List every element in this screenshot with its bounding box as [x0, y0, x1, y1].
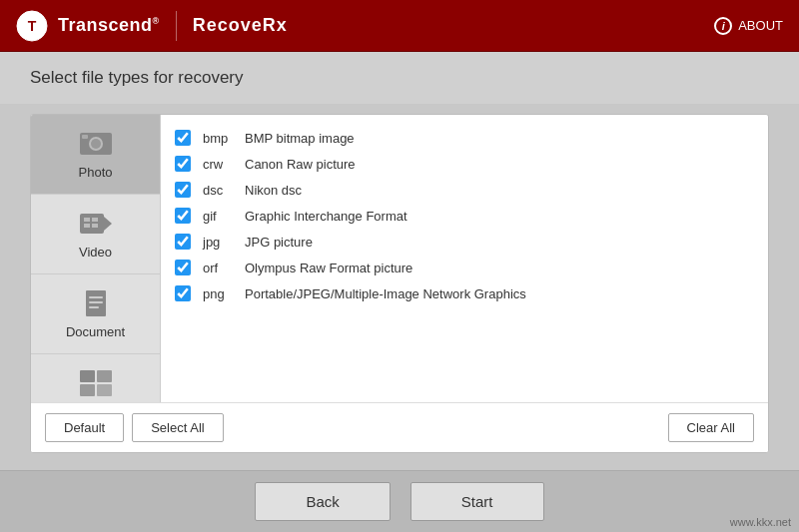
svg-rect-18	[97, 370, 112, 382]
svg-rect-19	[80, 384, 95, 396]
file-row: pngPortable/JPEG/Multiple-Image Network …	[161, 280, 768, 306]
header: T Transcend® RecoveRx i ABOUT	[0, 0, 799, 52]
sidebar-item-video[interactable]: Video	[31, 195, 160, 274]
video-icon	[78, 209, 114, 239]
checkbox-bmp[interactable]	[175, 130, 191, 146]
file-ext: bmp	[203, 131, 233, 146]
checkbox-gif[interactable]	[175, 208, 191, 224]
svg-rect-20	[97, 384, 112, 396]
svg-marker-8	[104, 217, 112, 231]
file-row: bmpBMP bitmap image	[161, 125, 768, 151]
panel-body: Photo Video	[31, 115, 768, 402]
bottom-nav: Back Start	[0, 470, 799, 532]
file-row: orfOlympus Raw Format picture	[161, 255, 768, 280]
sidebar-item-others[interactable]: Others	[31, 354, 160, 402]
document-icon	[78, 288, 114, 318]
svg-point-5	[91, 139, 101, 149]
checkbox-dsc[interactable]	[175, 182, 191, 198]
file-desc: Portable/JPEG/Multiple-Image Network Gra…	[245, 286, 526, 301]
file-desc: BMP bitmap image	[245, 131, 355, 146]
sidebar-item-document[interactable]: Document	[31, 274, 160, 354]
header-divider	[176, 11, 177, 41]
main-content: Photo Video	[0, 104, 799, 463]
file-row: dscNikon dsc	[161, 177, 768, 203]
svg-rect-12	[92, 224, 98, 228]
file-desc: Canon Raw picture	[245, 157, 356, 172]
panel-footer: Default Select All Clear All	[31, 402, 768, 452]
file-ext: jpg	[203, 235, 233, 250]
sidebar: Photo Video	[31, 115, 161, 402]
photo-icon	[78, 129, 114, 159]
file-row: crwCanon Raw picture	[161, 151, 768, 177]
file-ext: crw	[203, 157, 233, 172]
svg-text:T: T	[28, 18, 37, 34]
file-desc: JPG picture	[245, 235, 313, 250]
svg-rect-16	[89, 306, 99, 308]
others-icon	[78, 368, 114, 398]
file-row: gifGraphic Interchange Format	[161, 203, 768, 229]
checkbox-crw[interactable]	[175, 156, 191, 172]
file-desc: Nikon dsc	[245, 183, 302, 198]
default-button[interactable]: Default	[45, 413, 124, 442]
select-all-button[interactable]: Select All	[132, 413, 223, 442]
file-ext: dsc	[203, 183, 233, 198]
brand-name: Transcend®	[58, 15, 160, 36]
page-title-area: Select file types for recovery	[0, 52, 799, 104]
about-icon: i	[714, 17, 732, 35]
logo: T Transcend®	[16, 10, 160, 42]
svg-rect-17	[80, 370, 95, 382]
svg-rect-6	[82, 135, 88, 139]
file-desc: Graphic Interchange Format	[245, 209, 407, 224]
sidebar-item-photo-label: Photo	[79, 165, 113, 180]
file-row: jpgJPG picture	[161, 229, 768, 255]
start-button[interactable]: Start	[410, 482, 544, 521]
back-button[interactable]: Back	[255, 482, 390, 521]
about-label: ABOUT	[738, 18, 783, 33]
transcend-logo-icon: T	[16, 10, 48, 42]
file-desc: Olympus Raw Format picture	[245, 261, 412, 275]
svg-rect-10	[92, 218, 98, 222]
svg-rect-11	[84, 224, 90, 228]
clear-all-button[interactable]: Clear All	[668, 413, 754, 442]
sidebar-item-video-label: Video	[79, 245, 112, 260]
page-title: Select file types for recovery	[30, 68, 769, 88]
panel: Photo Video	[30, 114, 769, 453]
checkbox-png[interactable]	[175, 285, 191, 301]
svg-rect-14	[89, 296, 103, 298]
sidebar-item-document-label: Document	[66, 324, 125, 339]
checkbox-jpg[interactable]	[175, 234, 191, 250]
sidebar-item-photo[interactable]: Photo	[31, 115, 160, 195]
svg-rect-15	[89, 301, 103, 303]
file-ext: gif	[203, 209, 233, 224]
file-ext: png	[203, 286, 233, 301]
app-name: RecoveRx	[193, 15, 288, 36]
checkbox-orf[interactable]	[175, 260, 191, 275]
about-button[interactable]: i ABOUT	[714, 17, 783, 35]
watermark: www.kkx.net	[730, 516, 791, 528]
file-ext: orf	[203, 261, 233, 275]
svg-rect-9	[84, 218, 90, 222]
file-list-area: bmpBMP bitmap imagecrwCanon Raw pictured…	[161, 115, 768, 402]
